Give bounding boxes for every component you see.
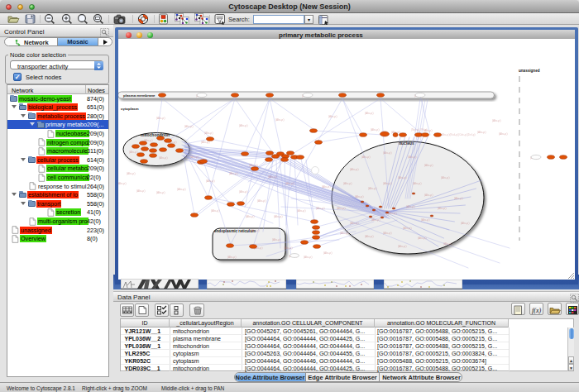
svg-text:(Abc-p): (Abc-p): [441, 176, 449, 179]
svg-text:(Abc-p): (Abc-p): [201, 141, 209, 144]
svg-text:(Abc-p): (Abc-p): [328, 115, 337, 118]
svg-text:(Abc-p): (Abc-p): [275, 118, 284, 122]
svg-text:(Abc-p): (Abc-p): [337, 207, 345, 210]
svg-text:(Abc-p): (Abc-p): [368, 187, 376, 190]
svg-text:(Abc-p): (Abc-p): [246, 215, 254, 218]
svg-text:(Abc-p): (Abc-p): [239, 124, 247, 127]
svg-text:plasma membrane: plasma membrane: [123, 93, 156, 98]
svg-text:(Abc-p): (Abc-p): [227, 256, 236, 259]
svg-text:(Abc-p): (Abc-p): [322, 185, 330, 189]
svg-text:(Abc-p): (Abc-p): [251, 229, 259, 232]
svg-text:(Abc-p): (Abc-p): [477, 131, 486, 134]
svg-text:(Abc-p): (Abc-p): [127, 172, 135, 175]
svg-text:(Abc-p): (Abc-p): [136, 189, 145, 193]
svg-text:(Abc-p)(Bcd-p)(Cde-p)(Def-p): (Abc-p)(Bcd-p)(Cde-p)(Def-p): [441, 133, 476, 136]
svg-text:cytoplasm: cytoplasm: [121, 107, 139, 111]
svg-text:(Abc-p): (Abc-p): [443, 242, 452, 246]
svg-text:(Abc-p): (Abc-p): [177, 188, 185, 191]
svg-text:(Abc-p): (Abc-p): [323, 251, 332, 255]
svg-text:(Abc-p): (Abc-p): [388, 212, 396, 215]
svg-text:(Abc-p): (Abc-p): [274, 215, 282, 218]
svg-text:(Abc-p): (Abc-p): [206, 179, 214, 183]
svg-text:(Abc-p): (Abc-p): [129, 151, 137, 154]
svg-text:(Abc-p): (Abc-p): [211, 209, 219, 213]
svg-text:(Abc-p): (Abc-p): [343, 182, 352, 185]
svg-text:f(x): f(x): [532, 307, 541, 314]
svg-text:(Abc-p): (Abc-p): [156, 191, 165, 194]
svg-text:(Abc-p): (Abc-p): [403, 227, 411, 230]
svg-text:(Abc-p): (Abc-p): [272, 238, 280, 241]
svg-text:(Abc-p): (Abc-p): [350, 222, 358, 225]
svg-text:(Abc-p): (Abc-p): [184, 125, 193, 128]
svg-text:(Abc-p): (Abc-p): [365, 235, 373, 238]
svg-text:(Abc-p): (Abc-p): [383, 151, 391, 155]
svg-text:(Abc-p): (Abc-p): [316, 207, 324, 210]
svg-text:(Abc-p): (Abc-p): [418, 237, 426, 240]
svg-text:(Abc-p): (Abc-p): [297, 209, 305, 213]
svg-text:(Abc-p): (Abc-p): [350, 168, 358, 171]
svg-text:unassigned: unassigned: [519, 69, 540, 73]
svg-text:(Abc-p): (Abc-p): [340, 232, 348, 235]
svg-text:(Abc-p): (Abc-p): [413, 182, 421, 185]
svg-text:(Abc-p): (Abc-p): [304, 256, 312, 259]
svg-text:(Abc-p): (Abc-p): [424, 194, 433, 197]
svg-text:(Abc-p): (Abc-p): [229, 172, 237, 175]
svg-text:(Abc-p): (Abc-p): [239, 190, 247, 194]
svg-text:(Abc-p): (Abc-p): [284, 246, 292, 250]
svg-text:(Abc-p): (Abc-p): [406, 205, 414, 208]
svg-text:(Abc-p): (Abc-p): [499, 132, 507, 136]
svg-text:(Abc-p): (Abc-p): [156, 117, 165, 120]
svg-text:(Abc-p): (Abc-p): [424, 164, 433, 167]
svg-text:(Abc-p): (Abc-p): [371, 218, 380, 222]
svg-text:(Abc-p): (Abc-p): [421, 218, 429, 222]
svg-text:(Abc-p): (Abc-p): [268, 175, 276, 179]
svg-text:(Abc-p): (Abc-p): [492, 119, 500, 122]
svg-text:(Abc-p): (Abc-p): [159, 156, 167, 160]
svg-text:(Abc-p): (Abc-p): [365, 112, 373, 115]
svg-text:(Abc-p): (Abc-p): [383, 182, 391, 185]
svg-text:(Abc-p): (Abc-p): [398, 176, 406, 179]
svg-text:(Abc-p): (Abc-p): [257, 199, 266, 203]
svg-text:(Abc-p): (Abc-p): [408, 155, 416, 159]
svg-text:(Abc-p): (Abc-p): [361, 155, 370, 159]
svg-text:mitochondrion: mitochondrion: [141, 132, 170, 137]
svg-text:(Abc-p): (Abc-p): [285, 182, 294, 185]
svg-text:(Abc-p): (Abc-p): [398, 245, 406, 248]
svg-text:(Abc-p): (Abc-p): [204, 131, 213, 135]
svg-text:(Abc-p): (Abc-p): [118, 182, 126, 185]
svg-text:(Abc-p): (Abc-p): [383, 232, 391, 235]
svg-text:(Abc-p): (Abc-p): [454, 197, 462, 200]
svg-text:(Nqr-p) (Ptl-p): (Nqr-p) (Ptl-p): [411, 128, 428, 131]
svg-text:(Abc-p): (Abc-p): [461, 222, 469, 225]
svg-text:(Abc-p): (Abc-p): [371, 128, 379, 131]
svg-text:(Abc-p): (Abc-p): [355, 195, 363, 198]
svg-text:(Abc-p): (Abc-p): [438, 207, 446, 210]
svg-text:endoplasmic reticulum: endoplasmic reticulum: [214, 229, 256, 233]
svg-text:(Abc-p): (Abc-p): [190, 155, 199, 159]
